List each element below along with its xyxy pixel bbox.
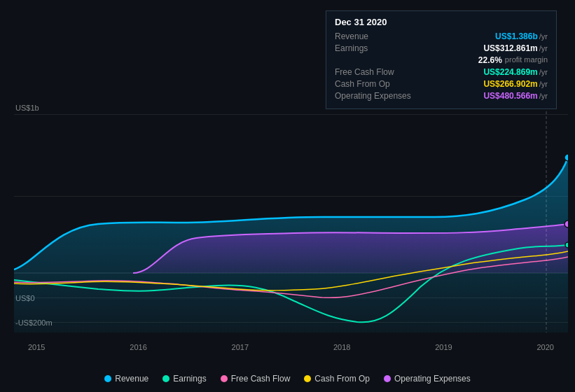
legend-revenue[interactable]: Revenue: [104, 374, 148, 384]
tooltip-revenue-row: Revenue US$1.386b /yr: [335, 31, 548, 41]
svg-point-4: [565, 242, 568, 248]
svg-point-3: [564, 220, 568, 227]
chart-container: Dec 31 2020 Revenue US$1.386b /yr Earnin…: [0, 0, 575, 392]
legend-fcf-label: Free Cash Flow: [231, 374, 291, 384]
legend-cashfromop-dot: [304, 375, 311, 382]
tooltip-cashfromop-row: Cash From Op US$266.902m /yr: [335, 79, 548, 89]
tooltip-earnings-value: US$312.861m: [483, 43, 537, 53]
tooltip-opex-row: Operating Expenses US$480.566m /yr: [335, 91, 548, 101]
tooltip-earnings-row: Earnings US$312.861m /yr: [335, 43, 548, 53]
legend-revenue-dot: [104, 375, 111, 382]
legend-earnings[interactable]: Earnings: [162, 374, 206, 384]
legend-cashfromop[interactable]: Cash From Op: [304, 374, 370, 384]
tooltip-opex-unit: /yr: [539, 92, 548, 100]
tooltip-fcf-value: US$224.869m: [483, 67, 537, 77]
legend-earnings-dot: [162, 375, 169, 382]
tooltip-opex-value: US$480.566m: [483, 91, 537, 101]
tooltip-revenue-value: US$1.386b: [495, 31, 538, 41]
tooltip-box: Dec 31 2020 Revenue US$1.386b /yr Earnin…: [326, 10, 557, 109]
legend-opex-label: Operating Expenses: [394, 374, 471, 384]
tooltip-margin-value: 22.6%: [478, 55, 502, 65]
x-label-2019: 2019: [435, 343, 452, 351]
x-label-2020: 2020: [536, 343, 553, 351]
legend-cashfromop-label: Cash From Op: [314, 374, 370, 384]
tooltip-fcf-label: Free Cash Flow: [335, 67, 483, 77]
tooltip-opex-label: Operating Expenses: [335, 91, 483, 101]
tooltip-earnings-unit: /yr: [539, 44, 548, 52]
legend-opex-dot: [384, 375, 391, 382]
tooltip-cashfromop-unit: /yr: [539, 80, 548, 88]
chart-svg: [14, 102, 568, 332]
x-axis: 2015 2016 2017 2018 2019 2020: [14, 343, 568, 351]
tooltip-cashfromop-value: US$266.902m: [483, 79, 537, 89]
legend-opex[interactable]: Operating Expenses: [384, 374, 471, 384]
legend-fcf-dot: [221, 375, 228, 382]
tooltip-margin-label: profit margin: [505, 55, 548, 65]
legend-fcf[interactable]: Free Cash Flow: [221, 374, 291, 384]
tooltip-revenue-label: Revenue: [335, 31, 495, 41]
tooltip-cashfromop-label: Cash From Op: [335, 79, 483, 89]
tooltip-revenue-unit: /yr: [539, 32, 548, 41]
tooltip-fcf-unit: /yr: [539, 68, 548, 76]
x-label-2016: 2016: [130, 343, 146, 351]
tooltip-fcf-row: Free Cash Flow US$224.869m /yr: [335, 67, 548, 77]
tooltip-earnings-label: Earnings: [335, 43, 483, 53]
x-label-2018: 2018: [333, 343, 350, 351]
tooltip-title: Dec 31 2020: [335, 17, 548, 27]
x-label-2015: 2015: [28, 343, 45, 351]
x-label-2017: 2017: [232, 343, 249, 351]
legend: Revenue Earnings Free Cash Flow Cash Fro…: [0, 374, 575, 384]
svg-point-2: [564, 154, 568, 161]
legend-revenue-label: Revenue: [115, 374, 148, 384]
legend-earnings-label: Earnings: [173, 374, 206, 384]
tooltip-margin-row: 22.6% profit margin: [335, 55, 548, 65]
